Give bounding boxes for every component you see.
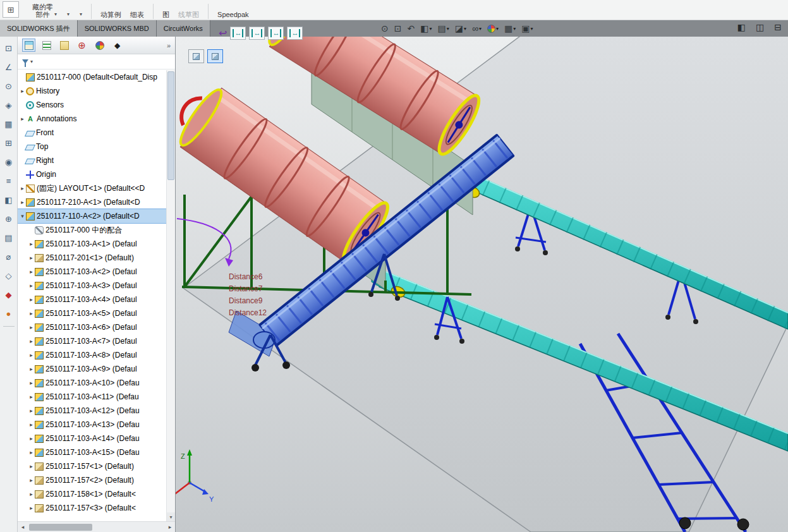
flyout-back-arrow-icon[interactable]: ↩ [219,27,227,39]
mate-distance-label[interactable]: Distance7 [229,284,262,293]
width-mate-icon[interactable]: ↔ [268,27,284,40]
panel-flyout-arrow[interactable]: » [167,42,171,49]
scroll-left-arrow[interactable]: ◂ [18,524,28,530]
tree-item[interactable]: ▸2510117-210-A<1> (Default<D [18,195,166,209]
left-tool-icon-11[interactable]: ▤ [3,231,15,244]
cam-manager-tab[interactable] [111,39,124,52]
previous-view-button[interactable]: ↶ [405,23,416,34]
ribbon-button[interactable]: ▾ [61,10,74,19]
horizontal-scroll-thumb[interactable] [29,524,92,531]
left-tool-icon-15[interactable]: ● [3,307,15,320]
tree-item[interactable]: ▸(固定) LAYOUT<1> (Default<<D [18,181,166,195]
expander-icon[interactable]: ▸ [28,491,35,497]
graphics-viewport[interactable]: Z X Y Distance6Distance7Distance9Distanc… [176,37,788,532]
section-view-button[interactable]: ◧▾ [418,23,433,34]
left-tool-icon-14[interactable]: ◆ [3,288,15,301]
ribbon-button[interactable]: 图 [158,10,174,19]
expander-icon[interactable]: ▸ [28,366,35,372]
tree-item[interactable]: ▸2510117-103-A<7> (Defaul [18,334,166,348]
scroll-right-arrow[interactable]: ▸ [165,524,175,530]
task-pane-collapse-button[interactable]: ⊟ [774,22,782,32]
expander-icon[interactable]: ▸ [28,352,35,358]
tree-item[interactable]: Right [18,154,166,167]
expander-icon[interactable]: ▸ [28,282,35,289]
left-tool-icon-3[interactable]: ⊙ [3,80,15,92]
left-tool-icon-7[interactable]: ◉ [3,155,15,168]
left-tool-icon-9[interactable]: ◧ [3,193,15,206]
tree-item[interactable]: ▸2510117-103-A<4> (Defaul [18,293,166,306]
expander-icon[interactable]: ▸ [28,380,35,386]
task-pane-left-button[interactable]: ◧ [737,22,746,32]
filter-caret-icon[interactable]: ▾ [30,59,33,64]
tree-item[interactable]: ▸2510117-103-A<13> (Defau [18,418,166,432]
left-tool-icon-13[interactable]: ◇ [3,269,15,282]
tree-vertical-scrollbar[interactable]: ▾ [166,70,175,521]
commandmanager-tab[interactable]: SOLIDWORKS 插件 [0,20,78,37]
ribbon-corner-button[interactable]: ⊞ [3,1,19,18]
expander-icon[interactable]: ▾ [19,213,26,219]
zoom-to-area-button[interactable]: ⊡ [392,23,404,34]
edit-appearance-button[interactable]: ▾ [485,24,500,33]
tree-item[interactable]: ▸2510117-103-A<10> (Defau [18,376,166,390]
expander-icon[interactable]: ▸ [28,269,35,275]
tree-item[interactable]: ▸2510117-103-A<8> (Defaul [18,348,166,362]
expander-icon[interactable]: ▸ [28,477,35,483]
tree-item[interactable]: ▸2510117-103-A<11> (Defau [18,390,166,404]
expander-icon[interactable]: ▸ [28,421,35,428]
ribbon-button[interactable]: 线草图 [174,10,203,19]
tree-item[interactable]: ▸2510117-201<1> (Default) [18,251,166,265]
expander-icon[interactable]: ▸ [28,296,35,303]
expander-icon[interactable]: ▸ [19,185,26,191]
scroll-down-arrow[interactable]: ▾ [167,512,175,521]
task-pane-split-button[interactable]: ◫ [756,22,764,32]
tree-item[interactable]: ▸2510117-157<2> (Default) [18,473,166,487]
tree-item[interactable]: ▸2510117-103-A<5> (Defaul [18,306,166,320]
expander-icon[interactable]: ▸ [28,408,35,414]
tree-item[interactable]: Front [18,126,166,140]
model-scene[interactable]: Z X Y [176,37,788,532]
expander-icon[interactable]: ▸ [28,505,35,511]
ribbon-button[interactable]: Speedpak [213,10,253,19]
width-mate-icon[interactable]: ↔ [249,27,265,40]
view-orientation-button[interactable]: ▤▾ [435,23,451,34]
tree-item[interactable]: Origin [18,167,166,181]
left-tool-icon-12[interactable]: ⌀ [3,250,15,263]
displaymanager-tab[interactable] [93,39,106,52]
left-tool-icon-4[interactable]: ◈ [3,99,15,111]
tree-item[interactable]: ▸2510117-103-A<3> (Defaul [18,279,166,293]
tree-filter-row[interactable]: ▾ [18,54,175,70]
left-tool-icon-6[interactable]: ⊞ [3,136,15,149]
tree-item[interactable]: ▸2510117-103-A<12> (Defau [18,404,166,418]
featuremanager-tab[interactable] [22,39,35,52]
tree-item[interactable]: ▸2510117-157<1> (Default) [18,459,166,473]
mate-distance-label[interactable]: Distance9 [229,296,262,305]
left-tool-icon-1[interactable]: ⊡ [3,42,15,54]
vertical-scroll-thumb[interactable] [167,71,174,180]
tree-item[interactable]: ▸2510117-103-A<14> (Defau [18,432,166,445]
configurationmanager-tab[interactable] [58,39,71,52]
propertymanager-tab[interactable] [40,39,53,52]
zoom-to-fit-button[interactable]: ⊙ [379,23,391,34]
expander-icon[interactable]: ▸ [28,241,35,247]
expander-icon[interactable]: ▸ [28,435,35,442]
tree-item[interactable]: ▸2510117-103-A<2> (Defaul [18,265,166,279]
ribbon-button[interactable]: 动算例 [96,10,126,19]
ribbon-button[interactable]: 藏的零 部件▾ [28,3,61,19]
tree-item[interactable]: 2510117-000 中的配合 [18,223,166,237]
tree-item[interactable]: ▸2510117-103-A<6> (Defaul [18,320,166,334]
expander-icon[interactable]: ▸ [19,116,26,122]
display-state-tab-1[interactable] [188,49,204,63]
mate-distance-label[interactable]: Distance12 [229,308,267,317]
tree-item[interactable]: Top [18,140,166,154]
width-mate-icon[interactable]: ↔ [287,27,303,40]
dimxpertmanager-tab[interactable] [75,39,88,52]
width-mate-icon[interactable]: ↔ [230,27,246,40]
expander-icon[interactable]: ▸ [28,324,35,330]
tree-root-item[interactable]: 2510117-000 (Default<Default_Disp [18,70,166,84]
hide-show-items-button[interactable]: ∞▾ [470,23,483,34]
left-tool-icon-8[interactable]: ≡ [3,174,15,187]
left-tool-icon-10[interactable]: ⊕ [3,212,15,225]
expander-icon[interactable]: ▸ [28,449,35,456]
tree-item[interactable]: ▸Annotations [18,112,166,126]
view-settings-button[interactable]: ▣▾ [519,23,535,34]
